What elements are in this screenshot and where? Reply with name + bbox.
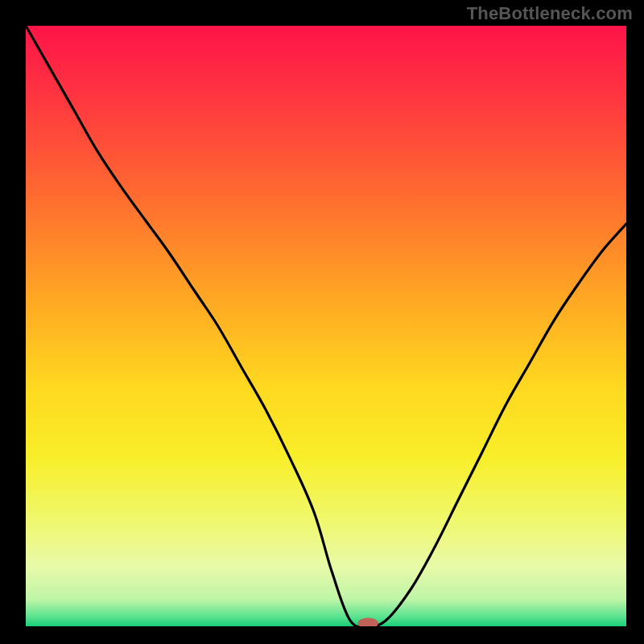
plot-area — [26, 26, 626, 626]
gradient-background — [26, 26, 626, 626]
chart-frame: TheBottleneck.com — [0, 0, 644, 644]
chart-svg — [26, 26, 626, 626]
watermark-text: TheBottleneck.com — [467, 3, 633, 24]
